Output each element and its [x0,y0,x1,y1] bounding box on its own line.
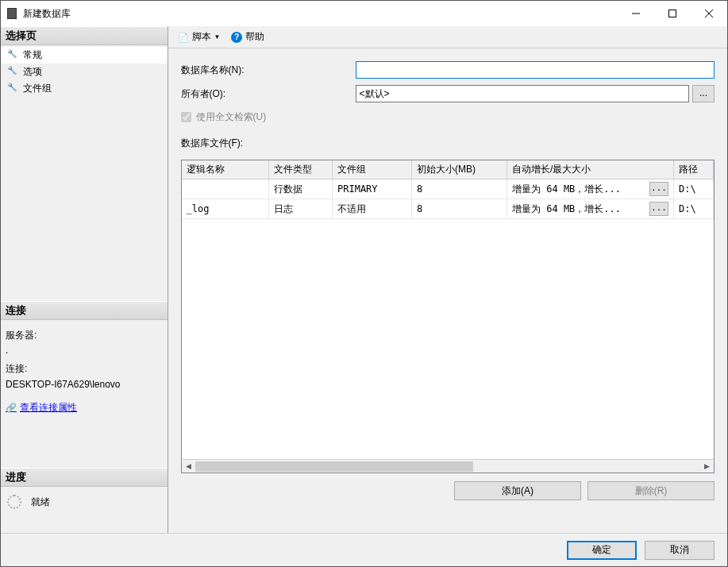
db-name-input[interactable] [356,61,715,79]
maximize-button[interactable] [654,1,691,26]
fulltext-checkbox [181,112,191,122]
page-item-label: 常规 [23,48,42,62]
page-list: 常规 选项 文件组 [1,45,168,98]
files-grid[interactable]: 逻辑名称 文件类型 文件组 初始大小(MB) 自动增长/最大大小 路径 行数据 … [181,160,715,473]
autogrowth-browse-button[interactable]: ... [649,202,668,216]
autogrowth-text: 增量为 64 MB，增长... [512,183,621,196]
connection-label: 连接: [6,361,163,376]
help-label: 帮助 [245,30,264,44]
scroll-track[interactable] [195,460,701,473]
script-label: 脚本 [192,30,211,44]
close-button[interactable] [691,1,727,26]
cell-filegroup[interactable]: 不适用 [333,199,412,219]
cell-logical-name[interactable] [182,179,269,199]
grid-row[interactable]: 行数据 PRIMARY 8 增量为 64 MB，增长... ... D:\ [182,179,714,199]
minimize-button[interactable] [618,1,654,26]
cell-autogrowth[interactable]: 增量为 64 MB，增长... ... [507,179,674,199]
window-title: 新建数据库 [23,7,618,21]
cell-file-type[interactable]: 日志 [269,199,333,219]
owner-input[interactable] [356,85,690,102]
col-filegroup[interactable]: 文件组 [333,160,412,179]
svg-rect-1 [669,10,676,17]
col-autogrowth[interactable]: 自动增长/最大大小 [507,160,674,179]
fulltext-checkbox-row: 使用全文检索(U) [181,110,715,124]
connection-section: 服务器: . 连接: DESKTOP-I67A629\lenovo 查看连接属性 [1,320,168,420]
cancel-button[interactable]: 取消 [645,541,715,560]
progress-header: 进度 [1,468,168,487]
spinner-icon [7,495,21,509]
wrench-icon [9,84,18,94]
chevron-down-icon: ▼ [214,33,221,40]
fulltext-label: 使用全文检索(U) [196,110,267,124]
connection-header: 连接 [1,301,168,320]
maximize-icon [668,10,676,17]
select-page-header: 选择页 [1,26,168,45]
page-item-label: 文件组 [23,82,52,95]
close-icon [705,10,713,17]
wrench-icon [9,51,18,60]
autogrowth-text: 增量为 64 MB，增长... [512,202,621,216]
horizontal-scrollbar[interactable]: ◀ ▶ [182,459,715,472]
help-button[interactable]: ? 帮助 [228,29,268,45]
page-item-filegroups[interactable]: 文件组 [1,80,168,97]
form-area: 数据库名称(N): 所有者(O): ... 使用全文检索(U) 数据库文件(F)… [168,48,728,160]
content-area: 脚本 ▼ ? 帮助 数据库名称(N): 所有者(O): ... 使用全文检索(U… [168,26,728,533]
ok-button[interactable]: 确定 [567,541,637,560]
cell-autogrowth[interactable]: 增量为 64 MB，增长... ... [507,199,674,219]
autogrowth-browse-button[interactable]: ... [649,182,668,196]
grid-actions: 添加(A) 删除(R) [168,473,728,508]
server-label: 服务器: [6,328,163,343]
cell-filegroup[interactable]: PRIMARY [333,179,412,199]
progress-section: 就绪 [1,487,168,517]
grid-row[interactable]: _log 日志 不适用 8 增量为 64 MB，增长... ... D:\ [182,199,714,219]
page-item-options[interactable]: 选项 [1,64,168,80]
progress-status: 就绪 [31,496,50,509]
add-button[interactable]: 添加(A) [454,481,581,500]
scroll-right-arrow[interactable]: ▶ [700,460,714,473]
view-connection-properties-link[interactable]: 查看连接属性 [6,400,163,415]
app-icon [7,8,17,19]
owner-browse-button[interactable]: ... [692,85,715,102]
script-button[interactable]: 脚本 ▼ [175,29,224,45]
owner-label: 所有者(O): [181,87,356,101]
scroll-left-arrow[interactable]: ◀ [182,460,195,473]
view-props-label: 查看连接属性 [20,400,77,415]
grid-header-row: 逻辑名称 文件类型 文件组 初始大小(MB) 自动增长/最大大小 路径 [182,160,714,179]
cell-logical-name[interactable]: _log [182,199,269,219]
db-name-label: 数据库名称(N): [181,64,356,77]
cell-initial-size[interactable]: 8 [412,199,507,219]
connection-value: DESKTOP-I67A629\lenovo [6,377,163,392]
remove-button: 删除(R) [587,481,715,500]
col-initial-size[interactable]: 初始大小(MB) [412,160,507,179]
page-item-label: 选项 [23,65,42,79]
toolbar: 脚本 ▼ ? 帮助 [168,26,728,48]
help-icon: ? [231,32,242,43]
cell-file-type[interactable]: 行数据 [269,179,333,199]
col-file-type[interactable]: 文件类型 [269,160,333,179]
window-controls [618,1,727,26]
col-logical-name[interactable]: 逻辑名称 [182,160,269,179]
script-icon [178,32,189,43]
files-label: 数据库文件(F): [181,137,715,150]
titlebar: 新建数据库 [1,1,727,26]
cell-path[interactable]: D:\ [674,199,714,219]
page-item-general[interactable]: 常规 [1,47,168,64]
server-value: . [6,343,163,358]
sidebar: 选择页 常规 选项 文件组 连接 服务器: . 连接: DESKTOP-I67A… [1,26,168,533]
cell-initial-size[interactable]: 8 [412,179,507,199]
link-icon [6,400,17,415]
scroll-thumb[interactable] [195,461,473,472]
cell-path[interactable]: D:\ [674,179,714,199]
col-path[interactable]: 路径 [674,160,714,179]
wrench-icon [9,68,18,77]
dialog-footer: 确定 取消 [1,533,727,566]
minimize-icon [632,10,640,17]
